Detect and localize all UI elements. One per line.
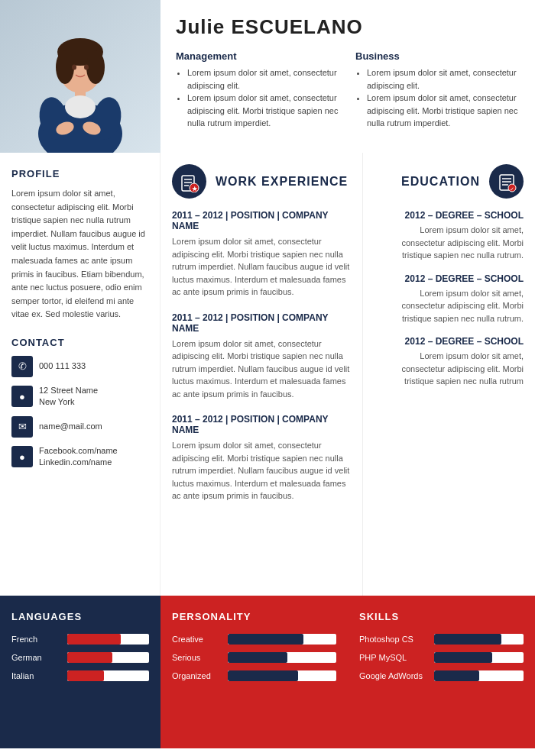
edu-entry-1-title: 2012 – DEGREE – SCHOOL (374, 210, 524, 221)
german-bar (67, 652, 149, 663)
business-item-2: Lorem ipsum dolor sit amet, consectetur … (367, 92, 520, 130)
php-label: PHP MySQL (359, 653, 428, 662)
german-label: German (11, 653, 61, 662)
contact-heading: CONTACT (11, 337, 148, 348)
work-entry-1-title: 2011 – 2012 | POSITION | COMPANY NAME (172, 210, 351, 231)
photoshop-bar (434, 634, 524, 645)
work-entry-3-text: Lorem ipsum dolor sit amet, consectetur … (172, 439, 351, 502)
edu-entry-3-text: Lorem ipsum dolor sit amet, consectetur … (374, 350, 524, 388)
address-contact: ● 12 Street NameNew York (11, 385, 148, 409)
main-body: PROFILE Lorem ipsum dolor sit amet, cons… (0, 153, 535, 596)
management-item-1: Lorem ipsum dolor sit amet, consectetur … (187, 66, 340, 92)
email-contact: ✉ name@mail.com (11, 416, 148, 438)
work-title: WORK EXPERIENCE (216, 175, 348, 189)
work-column: ★ WORK EXPERIENCE 2011 – 2012 | POSITION… (160, 153, 363, 596)
personality-creative: Creative (172, 634, 336, 645)
social-contact: ● Facebook.com/nameLinkedin.com/name (11, 445, 148, 469)
svg-point-7 (86, 50, 105, 84)
php-bar (434, 652, 524, 663)
adwords-fill (434, 670, 479, 681)
french-fill (67, 634, 121, 645)
creative-bar (228, 634, 336, 645)
business-item-1: Lorem ipsum dolor sit amet, consectetur … (367, 66, 520, 92)
edu-entry-2-title: 2012 – DEGREE – SCHOOL (374, 273, 524, 284)
header-columns: Management Lorem ipsum dolor sit amet, c… (176, 50, 520, 130)
phone-contact: ✆ 000 111 333 (11, 356, 148, 377)
email-icon: ✉ (11, 416, 33, 438)
business-title: Business (355, 50, 520, 62)
left-column: PROFILE Lorem ipsum dolor sit amet, cons… (0, 153, 160, 596)
profile-text: Lorem ipsum dolor sit amet, consectetur … (11, 187, 148, 321)
skill-adwords: Google AdWords (359, 670, 524, 681)
education-icon: ✓ (489, 164, 524, 199)
personality-serious: Serious (172, 652, 336, 663)
personality-organized: Organized (172, 670, 336, 681)
french-label: French (11, 635, 61, 644)
work-entry-2: 2011 – 2012 | POSITION | COMPANY NAME Lo… (172, 312, 351, 401)
edu-entry-3-title: 2012 – DEGREE – SCHOOL (374, 336, 524, 347)
svg-text:★: ★ (191, 186, 197, 192)
svg-point-6 (56, 50, 74, 84)
work-entry-2-title: 2011 – 2012 | POSITION | COMPANY NAME (172, 312, 351, 334)
serious-fill (228, 652, 287, 663)
skills-heading: SKILLS (359, 611, 524, 622)
email-text: name@mail.com (39, 421, 102, 432)
profile-photo (0, 0, 160, 153)
language-german: German (11, 652, 149, 663)
photo-area (0, 0, 160, 153)
languages-heading: LANGUAGES (11, 611, 149, 622)
language-french: French (11, 634, 149, 645)
organized-label: Organized (172, 671, 222, 680)
work-entry-1-text: Lorem ipsum dolor sit amet, consectetur … (172, 235, 351, 299)
profile-heading: PROFILE (11, 168, 148, 179)
serious-label: Serious (172, 653, 222, 662)
serious-bar (228, 652, 336, 663)
french-bar (67, 634, 149, 645)
management-item-2: Lorem ipsum dolor sit amet, consectetur … (187, 92, 340, 130)
organized-fill (228, 670, 298, 681)
personality-section: PERSONALITY Creative Serious Organized (160, 596, 348, 748)
php-fill (434, 652, 492, 663)
right-columns: ★ WORK EXPERIENCE 2011 – 2012 | POSITION… (160, 153, 535, 596)
language-italian: Italian (11, 670, 149, 681)
location-icon: ● (11, 386, 33, 407)
svg-point-10 (65, 95, 96, 118)
work-entry-3-title: 2011 – 2012 | POSITION | COMPANY NAME (172, 414, 351, 435)
adwords-bar (434, 670, 524, 681)
business-col: Business Lorem ipsum dolor sit amet, con… (355, 50, 520, 130)
personality-heading: PERSONALITY (172, 611, 336, 622)
work-entry-3: 2011 – 2012 | POSITION | COMPANY NAME Lo… (172, 414, 351, 502)
edu-entry-1-text: Lorem ipsum dolor sit amet, consectetur … (374, 224, 524, 262)
management-col: Management Lorem ipsum dolor sit amet, c… (176, 50, 340, 130)
photoshop-fill (434, 634, 501, 645)
edu-entry-2-text: Lorem ipsum dolor sit amet, consectetur … (374, 287, 524, 325)
candidate-name: Julie ESCUELANO (176, 15, 520, 39)
work-entry-1: 2011 – 2012 | POSITION | COMPANY NAME Lo… (172, 210, 351, 299)
edu-entry-1: 2012 – DEGREE – SCHOOL Lorem ipsum dolor… (374, 210, 524, 262)
social-text: Facebook.com/nameLinkedin.com/name (39, 445, 118, 469)
edu-entry-3: 2012 – DEGREE – SCHOOL Lorem ipsum dolor… (374, 336, 524, 388)
header-area: Julie ESCUELANO Management Lorem ipsum d… (160, 0, 535, 153)
skill-photoshop: Photoshop CS (359, 634, 524, 645)
management-title: Management (176, 50, 340, 62)
languages-section: LANGUAGES French German Italian (0, 596, 160, 748)
address-text: 12 Street NameNew York (39, 385, 98, 409)
svg-text:✓: ✓ (510, 186, 514, 191)
top-section: Julie ESCUELANO Management Lorem ipsum d… (0, 0, 535, 153)
svg-point-8 (72, 65, 76, 70)
web-icon: ● (11, 446, 33, 467)
edu-entry-2: 2012 – DEGREE – SCHOOL Lorem ipsum dolor… (374, 273, 524, 325)
bottom-section: LANGUAGES French German Italian PERSONAL… (0, 596, 535, 748)
work-entry-2-text: Lorem ipsum dolor sit amet, consectetur … (172, 338, 351, 401)
phone-icon: ✆ (11, 356, 33, 377)
italian-fill (67, 670, 104, 681)
svg-point-9 (84, 65, 89, 70)
italian-bar (67, 670, 149, 681)
education-column: EDUCATION ✓ 2012 – DEGREE – SCHOOL Lorem… (363, 153, 535, 596)
german-fill (67, 652, 112, 663)
adwords-label: Google AdWords (359, 671, 428, 680)
creative-label: Creative (172, 635, 222, 644)
skill-php: PHP MySQL (359, 652, 524, 663)
italian-label: Italian (11, 671, 61, 680)
creative-fill (228, 634, 303, 645)
